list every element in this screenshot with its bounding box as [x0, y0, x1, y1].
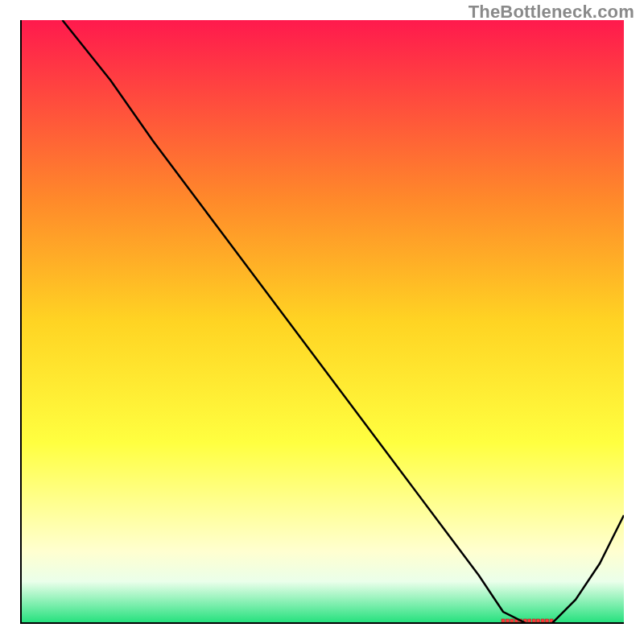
optimal-marker-dot — [528, 619, 531, 622]
chart-background-gradient — [20, 20, 624, 624]
bottleneck-chart — [20, 20, 624, 624]
optimal-marker-dot — [537, 619, 540, 622]
optimal-marker-dot — [532, 619, 535, 622]
optimal-marker-dot — [546, 619, 549, 622]
optimal-marker-dot — [506, 619, 510, 622]
watermark-text: TheBottleneck.com — [469, 2, 634, 23]
optimal-marker-dot — [510, 619, 514, 622]
optimal-marker-dot — [502, 619, 505, 622]
optimal-marker-dot — [541, 619, 544, 622]
chart-svg — [20, 20, 624, 624]
